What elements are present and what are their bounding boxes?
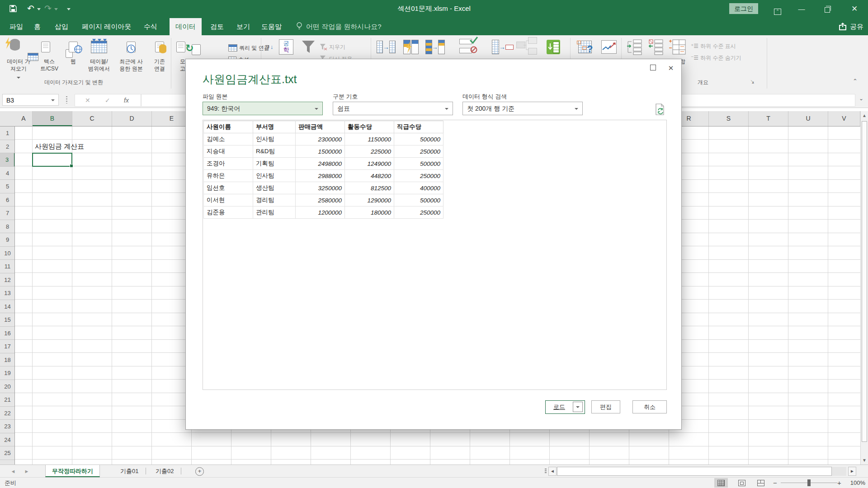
tab-home[interactable]: 홈 (28, 18, 47, 35)
column-header-B[interactable]: B (33, 111, 72, 126)
minimize-button[interactable]: — (795, 4, 808, 14)
insert-function-icon[interactable]: fx (124, 94, 129, 106)
tab-view[interactable]: 보기 (231, 18, 256, 35)
sheet-tab-3[interactable]: 기출02 (149, 465, 180, 477)
tab-page-layout[interactable]: 페이지 레이아웃 (76, 18, 137, 35)
tab-data[interactable]: 데이터 (170, 18, 202, 35)
row-header-14[interactable]: 14 (0, 300, 15, 314)
recent-sources-button[interactable]: 최근에 사 용한 원본 (115, 37, 147, 88)
row-header-19[interactable]: 19 (0, 366, 15, 380)
name-box-dropdown-icon[interactable] (51, 99, 55, 101)
row-header-15[interactable]: 15 (0, 313, 15, 327)
column-header-T[interactable]: T (749, 111, 788, 126)
cell-b2-text[interactable]: 사원임금 계산표 (35, 140, 170, 153)
dialog-maximize-button[interactable] (647, 63, 659, 74)
selected-cell-b3[interactable] (32, 153, 72, 167)
horizontal-scrollbar-thumb[interactable] (557, 467, 832, 476)
delimiter-select[interactable]: 쉼표 (333, 102, 453, 115)
tab-scroll-splitter[interactable] (545, 469, 547, 474)
page-layout-view-button[interactable] (735, 478, 749, 488)
type-detection-select[interactable]: 첫 200개 행 기준 (462, 102, 583, 115)
row-header-13[interactable]: 13 (0, 286, 15, 300)
column-header-U[interactable]: U (788, 111, 828, 126)
expand-formula-bar-icon[interactable]: ⌄ (859, 95, 863, 102)
edit-button[interactable]: 편집 (591, 400, 620, 413)
horizontal-scrollbar[interactable] (557, 467, 846, 476)
sort-ascending-button[interactable]: ㄱ↓ (264, 42, 274, 52)
sheet-nav-left-icon[interactable]: ◄ (10, 468, 16, 474)
row-header-25[interactable]: 25 (0, 446, 15, 460)
hscroll-left-icon[interactable]: ◄ (548, 467, 557, 476)
restore-button[interactable] (821, 4, 834, 14)
close-button[interactable]: ✕ (848, 4, 861, 14)
row-header-2[interactable]: 2 (0, 140, 15, 154)
sheet-tab-2[interactable]: 기출01 (114, 465, 145, 477)
file-origin-select[interactable]: 949: 한국어 (203, 102, 323, 115)
name-box-divider[interactable] (66, 96, 67, 103)
row-header-11[interactable]: 11 (0, 260, 15, 273)
row-header-22[interactable]: 22 (0, 407, 15, 420)
sheet-tab-1[interactable]: 무작정따라하기 (45, 465, 100, 477)
vertical-scrollbar-thumb[interactable] (862, 121, 867, 442)
login-button[interactable]: 로그인 (729, 3, 758, 14)
tab-help[interactable]: 도움말 (255, 18, 288, 35)
row-header-24[interactable]: 24 (0, 433, 15, 447)
load-button[interactable]: 로드 (546, 401, 573, 413)
hscroll-right-icon[interactable]: ► (848, 467, 856, 476)
row-header-18[interactable]: 18 (0, 353, 15, 367)
reload-preview-icon[interactable] (655, 103, 665, 115)
share-button[interactable]: 공유 (838, 18, 863, 35)
column-header-C[interactable]: C (72, 111, 112, 126)
new-sheet-button[interactable]: + (195, 467, 204, 476)
collapse-ribbon-icon[interactable]: ⌃ (853, 78, 858, 84)
page-break-view-button[interactable] (754, 478, 768, 488)
row-header-17[interactable]: 17 (0, 340, 15, 353)
row-header-23[interactable]: 23 (0, 420, 15, 433)
column-header-S[interactable]: S (709, 111, 749, 126)
row-header-9[interactable]: 9 (0, 233, 15, 247)
row-header-26[interactable]: 26 (0, 460, 15, 465)
column-header-A[interactable]: A (15, 111, 33, 126)
row-header-16[interactable]: 16 (0, 327, 15, 340)
row-header-20[interactable]: 20 (0, 380, 15, 394)
row-header-21[interactable]: 21 (0, 393, 15, 407)
zoom-slider-thumb[interactable] (807, 479, 811, 486)
existing-connections-button[interactable]: 기존 연결 (148, 37, 171, 88)
cancel-entry-icon[interactable]: ✕ (85, 94, 90, 106)
load-dropdown-button[interactable] (573, 402, 583, 412)
queries-connections-button[interactable]: 쿼리 및 연결 (228, 42, 269, 53)
tab-file[interactable]: 파일 (4, 18, 29, 35)
clear-filter-button[interactable]: 지우기 (320, 42, 345, 52)
scroll-up-icon[interactable]: ▲ (861, 113, 868, 118)
row-header-12[interactable]: 12 (0, 273, 15, 287)
zoom-in-button[interactable]: + (837, 478, 841, 488)
row-header-5[interactable]: 5 (0, 180, 15, 193)
outline-dialog-launcher-icon[interactable]: ⭸ (750, 79, 755, 85)
tab-review[interactable]: 검토 (204, 18, 230, 35)
row-header-6[interactable]: 6 (0, 193, 15, 207)
row-header-7[interactable]: 7 (0, 206, 15, 220)
zoom-out-button[interactable]: − (773, 478, 777, 488)
ribbon-display-options-button[interactable]: ⌃ (771, 4, 784, 14)
show-detail-button[interactable]: ⁺☰ 하위 수준 표시 (691, 41, 736, 52)
column-header-D[interactable]: D (112, 111, 152, 126)
tab-formulas[interactable]: 수식 (138, 18, 163, 35)
dialog-close-button[interactable]: ✕ (665, 63, 677, 74)
row-header-1[interactable]: 1 (0, 127, 15, 140)
sheet-nav-right-icon[interactable]: ► (24, 468, 30, 474)
row-header-4[interactable]: 4 (0, 167, 15, 180)
row-header-8[interactable]: 8 (0, 220, 15, 234)
fill-handle[interactable] (70, 164, 73, 168)
scroll-down-icon[interactable]: ▼ (861, 458, 868, 463)
name-box[interactable]: B3 (2, 94, 59, 106)
row-header-10[interactable]: 10 (0, 247, 15, 260)
tab-insert[interactable]: 삽입 (49, 18, 74, 35)
get-data-button[interactable]: 데이터 가 져오기 (3, 37, 34, 88)
vertical-scrollbar[interactable]: ▲ ▼ (860, 111, 868, 465)
cancel-button[interactable]: 취소 (632, 400, 667, 413)
zoom-level[interactable]: 100% (844, 478, 865, 488)
confirm-entry-icon[interactable]: ✓ (105, 94, 110, 106)
column-header-V[interactable]: V (828, 111, 860, 126)
hide-detail-button[interactable]: ⁻☰ 하위 수준 숨기기 (691, 52, 741, 63)
normal-view-button[interactable] (714, 478, 728, 488)
